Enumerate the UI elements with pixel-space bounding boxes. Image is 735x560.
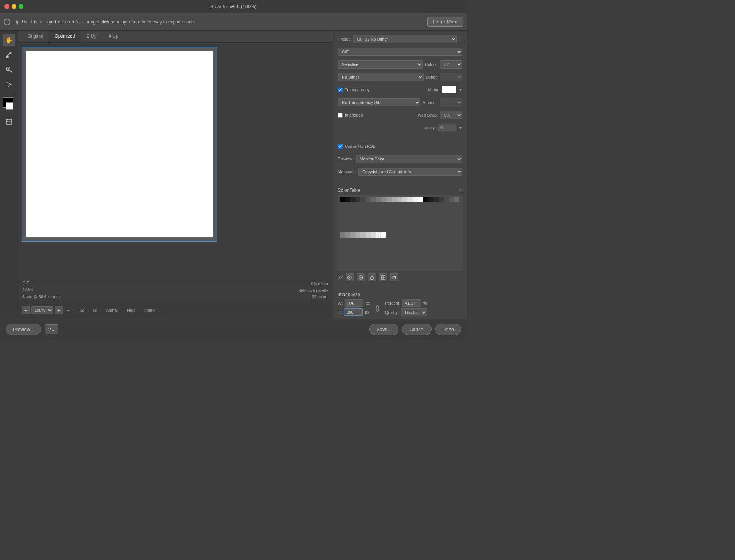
color-cell[interactable] xyxy=(366,232,371,238)
percent-sym: % xyxy=(423,301,427,305)
eyedropper-tool[interactable] xyxy=(3,48,15,61)
delete-color-button[interactable] xyxy=(390,273,398,281)
percent-input[interactable] xyxy=(402,299,421,307)
save-button[interactable]: Save... xyxy=(369,324,398,335)
lock-color-button[interactable] xyxy=(368,273,376,281)
color-cell[interactable] xyxy=(360,232,366,238)
format-select[interactable]: GIF PNG JPEG xyxy=(338,48,462,56)
zoom-select[interactable]: 100% 50% 200% xyxy=(31,306,53,314)
done-button[interactable]: Done xyxy=(435,324,461,335)
color-cell[interactable] xyxy=(340,232,345,238)
dither-select[interactable]: No Dither Diffusion Pattern xyxy=(338,73,424,81)
zoom-in-button[interactable]: + xyxy=(55,306,63,314)
preview-button[interactable]: Preview... xyxy=(6,324,41,335)
color-cell[interactable] xyxy=(439,197,444,202)
color-cell[interactable] xyxy=(345,232,350,238)
lossy-input[interactable] xyxy=(438,124,456,131)
remove-color-button[interactable] xyxy=(357,273,365,281)
color-cell[interactable] xyxy=(444,197,449,202)
svg-line-4 xyxy=(10,70,12,72)
hex-label: Hex: -- xyxy=(127,308,139,312)
color-cell[interactable] xyxy=(381,197,386,202)
transparency-checkbox[interactable] xyxy=(338,88,343,92)
amount-select[interactable] xyxy=(440,98,462,106)
dither-amount-select[interactable] xyxy=(440,73,462,81)
add-color-button[interactable] xyxy=(346,273,354,281)
color-cell[interactable] xyxy=(350,232,355,238)
color-cell[interactable] xyxy=(392,197,397,202)
zoom-out-button[interactable]: − xyxy=(22,306,30,314)
convert-srgb-checkbox[interactable] xyxy=(338,144,343,149)
matte-dropdown-icon[interactable]: ▼ xyxy=(459,88,462,92)
background-swatch[interactable] xyxy=(6,102,13,110)
quality-select[interactable]: Bicubic xyxy=(401,308,427,316)
interlaced-websnap-row: Interlaced Web Snap: 0% xyxy=(338,110,462,120)
transparency-dither-select[interactable]: No Transparency Dit... xyxy=(338,98,420,106)
preview-select[interactable]: Monitor Color xyxy=(356,155,462,163)
color-cell[interactable] xyxy=(386,197,392,202)
canvas-filesize: 40.5K xyxy=(22,286,61,293)
color-cell[interactable] xyxy=(371,197,376,202)
r-label: R: -- xyxy=(67,308,74,312)
color-cell[interactable] xyxy=(407,197,413,202)
color-cell[interactable] xyxy=(423,197,428,202)
width-input[interactable] xyxy=(345,299,363,307)
hand-tool[interactable]: ✋ xyxy=(3,34,15,46)
color-cell[interactable] xyxy=(433,197,439,202)
colors-select[interactable]: 32 64 128 256 xyxy=(440,60,462,69)
color-cell[interactable] xyxy=(418,197,423,202)
learn-more-button[interactable]: Learn More xyxy=(427,17,463,27)
palette-colors-row: Selective Adaptive Perceptual Colors: 32… xyxy=(338,60,462,69)
select-tool[interactable] xyxy=(3,78,15,91)
tab-2up[interactable]: 2-Up xyxy=(81,31,102,42)
preset-select[interactable]: GIF 32 No Dither xyxy=(353,35,457,43)
minimize-button[interactable] xyxy=(12,4,16,9)
zoom-tool[interactable] xyxy=(3,63,15,76)
color-cell[interactable] xyxy=(376,197,381,202)
color-cell[interactable] xyxy=(360,197,366,202)
traffic-lights[interactable] xyxy=(4,4,23,9)
web-snap-color-button[interactable] xyxy=(379,273,387,281)
color-cell[interactable] xyxy=(454,197,459,202)
color-table-footer: 32 xyxy=(338,272,462,283)
interlaced-checkbox[interactable] xyxy=(338,113,343,118)
color-cell[interactable] xyxy=(402,197,407,202)
preset-menu-icon[interactable]: ≡ xyxy=(459,36,462,42)
tab-original[interactable]: Original xyxy=(22,31,49,42)
matte-swatch[interactable] xyxy=(442,86,456,93)
close-button[interactable] xyxy=(4,4,9,9)
color-cell[interactable] xyxy=(397,197,402,202)
color-cell[interactable] xyxy=(428,197,433,202)
web-snap-select[interactable]: 0% xyxy=(440,111,462,119)
color-cell[interactable] xyxy=(350,197,355,202)
help-button[interactable]: ?⌄ xyxy=(45,324,58,334)
canvas-viewport[interactable] xyxy=(18,43,333,280)
metadata-label: Metadata: xyxy=(338,169,356,174)
color-cell[interactable] xyxy=(413,197,418,202)
color-table-menu-icon[interactable]: ≡ xyxy=(459,187,462,194)
color-cell[interactable] xyxy=(355,197,360,202)
maximize-button[interactable] xyxy=(19,4,23,9)
height-input[interactable] xyxy=(344,308,363,316)
lossy-dropdown-icon[interactable]: ▼ xyxy=(459,126,462,130)
color-cell[interactable] xyxy=(340,197,345,202)
color-cell[interactable] xyxy=(355,232,360,238)
color-cell[interactable] xyxy=(345,197,350,202)
w-label: W: xyxy=(338,301,343,305)
slice-tool[interactable] xyxy=(3,115,15,128)
tab-optimized[interactable]: Optimized xyxy=(49,31,81,42)
transparency-dither-row: No Transparency Dit... Amount: xyxy=(338,98,462,107)
color-table-grid[interactable] xyxy=(338,195,462,270)
color-cell[interactable] xyxy=(366,197,371,202)
separator-1 xyxy=(4,94,14,94)
color-cell[interactable] xyxy=(371,232,376,238)
tab-4up[interactable]: 4-Up xyxy=(102,31,124,42)
cancel-button[interactable]: Cancel xyxy=(402,324,431,335)
color-cell[interactable] xyxy=(376,232,381,238)
palette-select[interactable]: Selective Adaptive Perceptual xyxy=(338,60,423,69)
color-cell[interactable] xyxy=(381,232,386,238)
canvas-menu-icon[interactable]: ≡ xyxy=(58,293,61,301)
format-row: GIF PNG JPEG xyxy=(338,47,462,57)
color-cell[interactable] xyxy=(449,197,454,202)
metadata-select[interactable]: Copyright and Contact Info xyxy=(358,168,462,176)
